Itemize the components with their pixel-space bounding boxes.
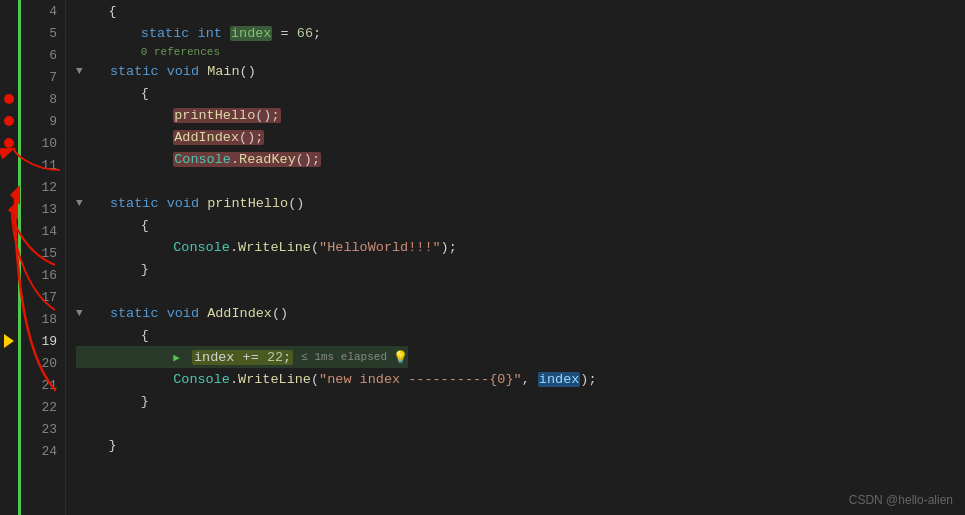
line-num-7: 7 bbox=[21, 66, 65, 88]
lightbulb-icon[interactable]: 💡 bbox=[393, 350, 408, 365]
gutter-19 bbox=[0, 330, 18, 352]
line-num-6: 6 bbox=[21, 44, 65, 66]
gutter-7 bbox=[0, 66, 18, 88]
code-line-4: { bbox=[76, 0, 965, 22]
code-index-5: index bbox=[230, 26, 273, 41]
line-num-9: 9 bbox=[21, 110, 65, 132]
code-line-21: } bbox=[76, 390, 965, 412]
gutter-11 bbox=[0, 154, 18, 176]
gutter-9 bbox=[0, 110, 18, 132]
code-line-22 bbox=[76, 412, 965, 434]
gutter-18 bbox=[0, 308, 18, 330]
code-line-20: Console . WriteLine ( "new index -------… bbox=[76, 368, 965, 390]
watermark: CSDN @hello-alien bbox=[849, 493, 953, 507]
line-num-10: 10 bbox=[21, 132, 65, 154]
code-helloworld-str: "HelloWorld!!!" bbox=[319, 240, 441, 255]
code-line-19: ▶ index += 22; ≤ 1ms elapsed 💡 bbox=[76, 346, 408, 368]
code-ref-text: 0 references bbox=[141, 46, 220, 58]
gutter-21 bbox=[0, 374, 18, 396]
breakpoint-dot-8[interactable] bbox=[4, 94, 14, 104]
code-line-13: { bbox=[76, 214, 965, 236]
gutter-10 bbox=[0, 132, 18, 154]
code-line-6: ▼ static void Main () bbox=[76, 60, 965, 82]
code-line-7: { bbox=[76, 82, 965, 104]
line-num-15: 15 bbox=[21, 242, 65, 264]
code-num-5: 66 bbox=[297, 26, 313, 41]
gutter-14 bbox=[0, 220, 18, 242]
line-num-8: 8 bbox=[21, 88, 65, 110]
code-printHello-fn: printHello bbox=[207, 196, 288, 211]
gutter-6 bbox=[0, 44, 18, 66]
code-line-18: { bbox=[76, 324, 965, 346]
code-text-4: { bbox=[76, 4, 117, 19]
code-line-17: ▼ static void AddIndex () bbox=[76, 302, 965, 324]
gutter-17 bbox=[0, 286, 18, 308]
breakpoint-dot-10[interactable] bbox=[4, 138, 14, 148]
play-icon-19: ▶ bbox=[173, 351, 180, 364]
code-index-assign: index += 22; bbox=[192, 350, 293, 365]
code-line-15: } bbox=[76, 258, 965, 280]
collapse-icon-6[interactable]: ▼ bbox=[76, 65, 83, 77]
code-line-24 bbox=[76, 456, 965, 478]
line-num-12: 12 bbox=[21, 176, 65, 198]
code-index-blue: index bbox=[538, 372, 581, 387]
current-line-arrow bbox=[4, 334, 14, 348]
gutter-12 bbox=[0, 176, 18, 198]
code-static-5: static bbox=[141, 26, 190, 41]
left-gutter bbox=[0, 0, 18, 515]
line-num-21: 21 bbox=[21, 374, 65, 396]
line-num-20: 20 bbox=[21, 352, 65, 374]
line-num-17: 17 bbox=[21, 286, 65, 308]
gutter-16 bbox=[0, 264, 18, 286]
code-line-14: Console . WriteLine ( "HelloWorld!!!" ); bbox=[76, 236, 965, 258]
gutter-5 bbox=[0, 22, 18, 44]
code-elapsed: ≤ 1ms elapsed bbox=[301, 351, 387, 363]
collapse-icon-17[interactable]: ▼ bbox=[76, 307, 83, 319]
code-main-fn: Main bbox=[207, 64, 239, 79]
gutter-20 bbox=[0, 352, 18, 374]
line-num-13: 13 bbox=[21, 198, 65, 220]
code-str-newindex: "new index ----------{0}" bbox=[319, 372, 522, 387]
editor-container: 4 5 6 7 8 9 10 11 12 13 14 15 16 17 18 1… bbox=[0, 0, 965, 515]
code-line-9: AddIndex(); bbox=[76, 126, 965, 148]
code-int-5: int bbox=[198, 26, 222, 41]
gutter-15 bbox=[0, 242, 18, 264]
line-num-23: 23 bbox=[21, 418, 65, 440]
line-num-18: 18 bbox=[21, 308, 65, 330]
code-addindex: AddIndex(); bbox=[173, 130, 264, 145]
line-numbers: 4 5 6 7 8 9 10 11 12 13 14 15 16 17 18 1… bbox=[21, 0, 66, 515]
code-line-refs: 0 references bbox=[76, 44, 965, 60]
gutter-24 bbox=[0, 440, 18, 462]
line-num-24: 24 bbox=[21, 440, 65, 462]
code-printHello: printHello(); bbox=[173, 108, 280, 123]
code-addindex-fn: AddIndex bbox=[207, 306, 272, 321]
code-line-11 bbox=[76, 170, 965, 192]
line-num-22: 22 bbox=[21, 396, 65, 418]
line-num-19: 19 bbox=[21, 330, 65, 352]
code-readkey: Console.ReadKey(); bbox=[173, 152, 321, 167]
code-line-16 bbox=[76, 280, 965, 302]
code-line-23: } bbox=[76, 434, 965, 456]
line-num-16: 16 bbox=[21, 264, 65, 286]
line-num-14: 14 bbox=[21, 220, 65, 242]
gutter-23 bbox=[0, 418, 18, 440]
code-line-10: Console.ReadKey(); bbox=[76, 148, 965, 170]
gutter-22 bbox=[0, 396, 18, 418]
line-num-11: 11 bbox=[21, 154, 65, 176]
code-area: { static int index = 66 ; 0 references ▼ bbox=[66, 0, 965, 515]
gutter-8 bbox=[0, 88, 18, 110]
code-line-5: static int index = 66 ; bbox=[76, 22, 965, 44]
line-num-5: 5 bbox=[21, 22, 65, 44]
code-line-12: ▼ static void printHello () bbox=[76, 192, 965, 214]
code-indent-5 bbox=[76, 26, 141, 41]
gutter-4 bbox=[0, 0, 18, 22]
line-num-4: 4 bbox=[21, 0, 65, 22]
breakpoint-dot-9[interactable] bbox=[4, 116, 14, 126]
gutter-13 bbox=[0, 198, 18, 220]
code-line-8: printHello(); bbox=[76, 104, 965, 126]
collapse-icon-12[interactable]: ▼ bbox=[76, 197, 83, 209]
